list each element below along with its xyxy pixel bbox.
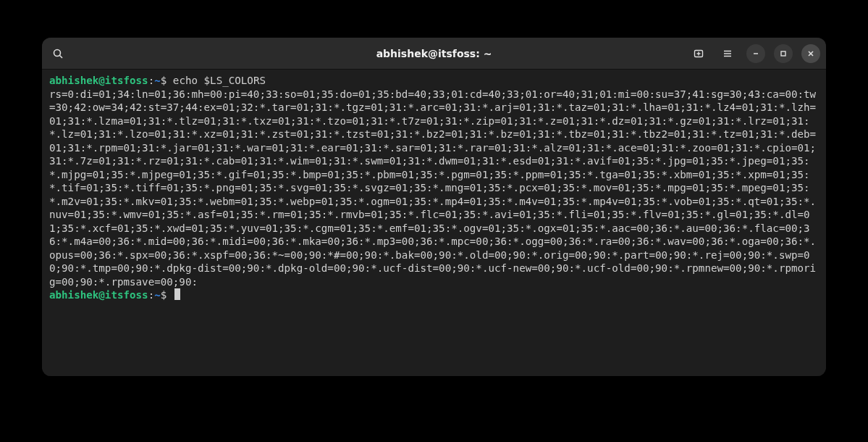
prompt-separator: : — [148, 75, 155, 86]
prompt-path: ~ — [154, 289, 161, 301]
prompt-path: ~ — [154, 75, 161, 86]
titlebar: abhishek@itsfoss: ~ — [42, 38, 826, 70]
minimize-button[interactable] — [746, 44, 765, 63]
svg-rect-9 — [781, 51, 785, 56]
new-tab-icon[interactable] — [688, 43, 709, 64]
command-output: rs=0:di=01;34:ln=01;36:mh=00:pi=40;33:so… — [49, 88, 816, 288]
terminal-window: abhishek@itsfoss: ~ — [42, 38, 826, 376]
svg-line-1 — [60, 55, 63, 58]
hamburger-menu-icon[interactable] — [717, 43, 738, 64]
maximize-button[interactable] — [774, 44, 793, 63]
prompt-symbol: $ — [161, 75, 167, 86]
svg-point-0 — [54, 49, 61, 56]
terminal-body[interactable]: abhishek@itsfoss:~$ echo $LS_COLORS rs=0… — [42, 70, 826, 376]
search-icon[interactable] — [48, 43, 68, 64]
prompt-user-host: abhishek@itsfoss — [49, 289, 148, 301]
close-button[interactable] — [801, 44, 820, 63]
window-title-text: abhishek@itsfoss: ~ — [376, 48, 492, 59]
cursor — [174, 288, 180, 300]
prompt-separator: : — [148, 289, 155, 301]
command-text: echo $LS_COLORS — [173, 75, 266, 86]
prompt-user-host: abhishek@itsfoss — [49, 75, 148, 86]
prompt-symbol: $ — [161, 289, 167, 301]
